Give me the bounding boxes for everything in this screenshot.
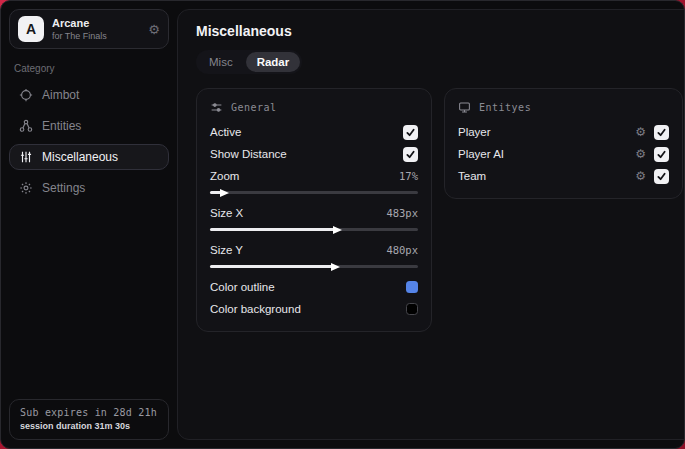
app-window: A Arcane for The Finals ⚙ Category Aimbo… <box>0 0 685 449</box>
app-logo: A <box>18 16 44 42</box>
size-x-value: 483px <box>386 207 418 219</box>
setting-label: Show Distance <box>210 148 287 160</box>
size-x-slider[interactable] <box>210 228 418 231</box>
tab-misc[interactable]: Misc <box>198 52 244 72</box>
setting-row-size-y: Size Y 480px <box>210 239 418 261</box>
active-checkbox[interactable] <box>403 125 418 140</box>
setting-label: Zoom <box>210 170 239 182</box>
sidebar-item-label: Settings <box>42 181 85 195</box>
setting-row-show-distance: Show Distance <box>210 143 418 165</box>
setting-label: Size Y <box>210 244 243 256</box>
sidebar-item-entities[interactable]: Entities <box>9 113 169 139</box>
session-duration-text: session duration 31m 30s <box>20 421 158 431</box>
sliders-icon <box>19 150 33 164</box>
setting-row-color-outline: Color outline <box>210 276 418 298</box>
team-checkbox[interactable] <box>654 169 669 184</box>
entity-label: Player AI <box>458 148 504 160</box>
show-distance-checkbox[interactable] <box>403 147 418 162</box>
zoom-value: 17% <box>399 170 418 182</box>
sidebar-item-aimbot[interactable]: Aimbot <box>9 82 169 108</box>
size-y-slider[interactable] <box>210 265 418 268</box>
category-label: Category <box>14 63 164 74</box>
slider-thumb[interactable] <box>333 226 342 234</box>
setting-row-color-background: Color background <box>210 298 418 320</box>
general-card-title: General <box>231 102 277 113</box>
tab-bar: Misc Radar <box>196 50 302 74</box>
setting-row-zoom: Zoom 17% <box>210 165 418 187</box>
tab-radar[interactable]: Radar <box>246 52 301 72</box>
monitor-icon <box>458 101 471 114</box>
entity-label: Player <box>458 126 491 138</box>
sidebar-item-miscellaneous[interactable]: Miscellaneous <box>9 144 169 170</box>
setting-label: Size X <box>210 207 243 219</box>
slider-thumb[interactable] <box>331 263 340 271</box>
tune-icon <box>210 101 223 114</box>
sidebar-item-label: Miscellaneous <box>42 150 118 164</box>
entities-card-title: Entityes <box>479 102 531 113</box>
gear-icon[interactable]: ⚙ <box>148 23 160 36</box>
player-checkbox[interactable] <box>654 125 669 140</box>
entity-row-player: Player ⚙ <box>458 121 669 143</box>
general-card: General Active Show Distance Zoom <box>196 88 432 332</box>
color-outline-swatch[interactable] <box>406 281 418 293</box>
check-icon <box>657 150 666 159</box>
gear-icon <box>19 181 33 195</box>
sidebar-item-label: Aimbot <box>42 88 79 102</box>
gear-icon[interactable]: ⚙ <box>635 148 646 160</box>
entity-label: Team <box>458 170 486 182</box>
app-name: Arcane <box>52 17 107 30</box>
gear-icon[interactable]: ⚙ <box>635 170 646 182</box>
check-icon <box>657 128 666 137</box>
sub-expiry-text: Sub expires in 28d 21h <box>20 407 158 418</box>
player-ai-checkbox[interactable] <box>654 147 669 162</box>
size-y-value: 480px <box>386 244 418 256</box>
entity-row-player-ai: Player AI ⚙ <box>458 143 669 165</box>
sidebar-item-label: Entities <box>42 119 81 133</box>
check-icon <box>406 150 415 159</box>
setting-label: Color outline <box>210 281 275 293</box>
color-background-swatch[interactable] <box>406 303 418 315</box>
app-header-card: A Arcane for The Finals ⚙ <box>9 9 169 49</box>
check-icon <box>406 128 415 137</box>
gear-icon[interactable]: ⚙ <box>635 126 646 138</box>
entity-row-team: Team ⚙ <box>458 165 669 187</box>
setting-row-active: Active <box>210 121 418 143</box>
slider-thumb[interactable] <box>220 189 229 197</box>
crosshair-icon <box>19 88 33 102</box>
setting-label: Color background <box>210 303 301 315</box>
network-icon <box>19 119 33 133</box>
subscription-card: Sub expires in 28d 21h session duration … <box>9 399 169 440</box>
main-panel: Miscellaneous Misc Radar General <box>177 9 685 440</box>
sidebar-item-settings[interactable]: Settings <box>9 175 169 201</box>
zoom-slider[interactable] <box>210 191 418 194</box>
setting-row-size-x: Size X 483px <box>210 202 418 224</box>
setting-label: Active <box>210 126 241 138</box>
check-icon <box>657 172 666 181</box>
entities-card: Entityes Player ⚙ Player AI ⚙ <box>444 88 683 199</box>
sidebar-nav: Aimbot Entities Miscel <box>9 82 169 201</box>
page-title: Miscellaneous <box>196 23 683 39</box>
sidebar: A Arcane for The Finals ⚙ Category Aimbo… <box>1 1 177 448</box>
app-subtitle: for The Finals <box>52 31 107 41</box>
